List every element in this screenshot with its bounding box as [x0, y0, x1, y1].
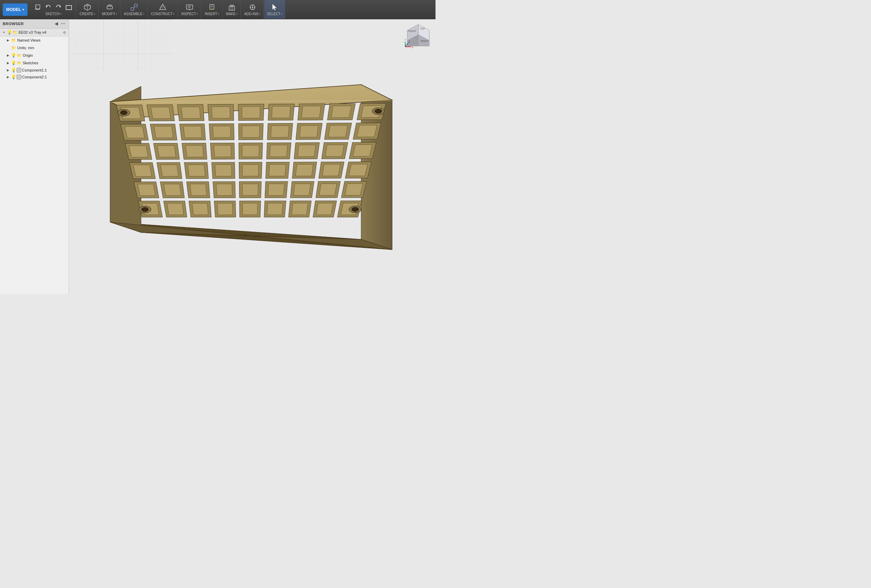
modify-label: MODIFY	[102, 12, 115, 16]
svg-rect-17	[186, 5, 193, 9]
tree-sketches[interactable]: ▶ 💡 📁 Sketches	[0, 59, 69, 67]
svg-line-13	[134, 6, 135, 9]
svg-point-157	[375, 109, 382, 113]
named-views-label: Named Views	[17, 38, 67, 42]
tree-component1[interactable]: ▶ 💡 Component1:1	[0, 67, 69, 73]
svg-marker-107	[215, 165, 232, 176]
svg-text:Z: Z	[408, 40, 410, 43]
root-vis-icon: 💡	[7, 30, 12, 35]
sketches-vis-icon: 💡	[11, 61, 16, 65]
svg-marker-139	[167, 203, 183, 215]
svg-marker-49	[151, 107, 171, 119]
units-label: Units: mm	[17, 46, 67, 50]
svg-marker-111	[269, 164, 286, 176]
sketch-arrow: ▾	[60, 13, 61, 15]
addins-label: ADD-INS	[244, 12, 258, 16]
tree-named-views[interactable]: ▶ 📁 Named Views	[0, 36, 69, 44]
model-dropdown-arrow: ▾	[22, 8, 24, 11]
svg-rect-28	[231, 7, 233, 9]
tree-units[interactable]: ▶ 📁 Units: mm	[0, 44, 69, 52]
svg-marker-95	[298, 145, 316, 157]
toolbar-construct[interactable]: CONSTRUCT ▾	[148, 0, 178, 19]
origin-label: Origin	[23, 53, 67, 57]
svg-marker-65	[125, 127, 145, 138]
undo-icon	[44, 3, 52, 11]
svg-rect-11	[131, 7, 134, 10]
named-views-chevron-icon: ▶	[6, 38, 10, 43]
sketch-label: SKETCH	[45, 12, 60, 16]
inspect-icon	[186, 3, 194, 11]
toolbar-inspect[interactable]: INSPECT ▾	[178, 0, 201, 19]
origin-folder-icon: 📁	[16, 52, 22, 58]
root-chevron-icon: ▾	[1, 30, 6, 35]
tree-origin[interactable]: ▶ 💡 📁 Origin	[0, 52, 69, 59]
svg-text:Y: Y	[404, 38, 407, 41]
toolbar-assemble[interactable]: ASSEMBLE ▾	[121, 0, 148, 19]
toolbar-make[interactable]: MAKE ▾	[223, 0, 241, 19]
svg-marker-117	[349, 164, 368, 176]
svg-marker-147	[267, 203, 283, 215]
svg-marker-59	[302, 106, 321, 118]
select-arrow: ▾	[281, 13, 283, 15]
svg-marker-83	[129, 146, 148, 158]
svg-text:TOP: TOP	[420, 27, 425, 30]
svg-marker-123	[190, 184, 207, 196]
tree-root-item[interactable]: ▾ 💡 📁 EE02 v3 Tray v4 ⚙	[0, 28, 69, 36]
make-arrow: ▾	[236, 13, 238, 15]
toolbar-sketch[interactable]: SKETCH ▾	[31, 0, 76, 19]
svg-text:FRONT: FRONT	[408, 30, 417, 32]
toolbar-addins[interactable]: ADD-INS ▾	[241, 0, 263, 19]
svg-marker-79	[328, 125, 347, 137]
svg-point-161	[352, 207, 358, 212]
component2-vis-icon: 💡	[11, 75, 16, 79]
model-button[interactable]: MODEL ▾	[3, 3, 27, 16]
component2-box-icon	[16, 75, 21, 79]
root-settings-icon[interactable]: ⚙	[61, 30, 67, 35]
svg-marker-149	[292, 203, 308, 215]
root-folder-icon: 📁	[12, 30, 18, 35]
inspect-arrow: ▾	[197, 13, 198, 15]
modify-arrow: ▾	[116, 13, 117, 15]
svg-marker-57	[272, 106, 291, 118]
svg-marker-99	[353, 145, 372, 157]
svg-marker-35	[272, 4, 277, 10]
svg-marker-125	[216, 184, 232, 196]
svg-point-155	[120, 111, 127, 115]
svg-marker-127	[242, 184, 258, 196]
svg-marker-105	[188, 165, 205, 176]
component1-label: Component1:1	[22, 68, 67, 72]
svg-marker-91	[242, 145, 259, 157]
svg-marker-93	[270, 145, 287, 157]
toolbar-select[interactable]: SELECT ▾	[264, 0, 285, 19]
svg-marker-145	[242, 203, 257, 215]
svg-rect-26	[229, 6, 235, 10]
svg-marker-97	[325, 145, 344, 157]
browser-header: BROWSER ◀ ⋯	[0, 19, 69, 28]
select-label: SELECT	[267, 12, 280, 16]
svg-marker-71	[213, 126, 230, 137]
construct-arrow: ▾	[174, 13, 175, 15]
origin-chevron-icon: ▶	[6, 53, 10, 58]
view-cube[interactable]: TOP FRONT RIGHT X Y Z	[404, 23, 432, 50]
tree-component2[interactable]: ▶ 💡 Component2:1	[0, 73, 69, 81]
component2-label: Component2:1	[22, 75, 67, 79]
insert-label: INSERT	[205, 12, 217, 16]
viewport[interactable]: (function() { var svg = document.current…	[69, 19, 436, 294]
browser-collapse-button[interactable]: ◀	[53, 21, 59, 27]
inspect-label: INSPECT	[181, 12, 196, 16]
tray-3d-model: (function() { var svg = document.current…	[82, 36, 413, 291]
svg-marker-151	[316, 203, 333, 215]
toolbar-modify[interactable]: MODIFY ▾	[99, 0, 120, 19]
units-folder-icon: 📁	[11, 45, 16, 51]
svg-marker-67	[154, 126, 174, 138]
svg-marker-77	[299, 125, 319, 137]
assemble-icon	[130, 3, 138, 11]
sketch-pencil-icon	[34, 3, 42, 11]
svg-marker-143	[217, 203, 233, 215]
svg-marker-103	[161, 165, 178, 176]
insert-icon	[208, 3, 216, 11]
toolbar-insert[interactable]: INSERT ▾	[202, 0, 223, 19]
named-views-folder-icon: 📁	[11, 37, 16, 43]
browser-menu-button[interactable]: ⋯	[60, 21, 66, 27]
toolbar-create[interactable]: CREATE ▾	[77, 0, 99, 19]
